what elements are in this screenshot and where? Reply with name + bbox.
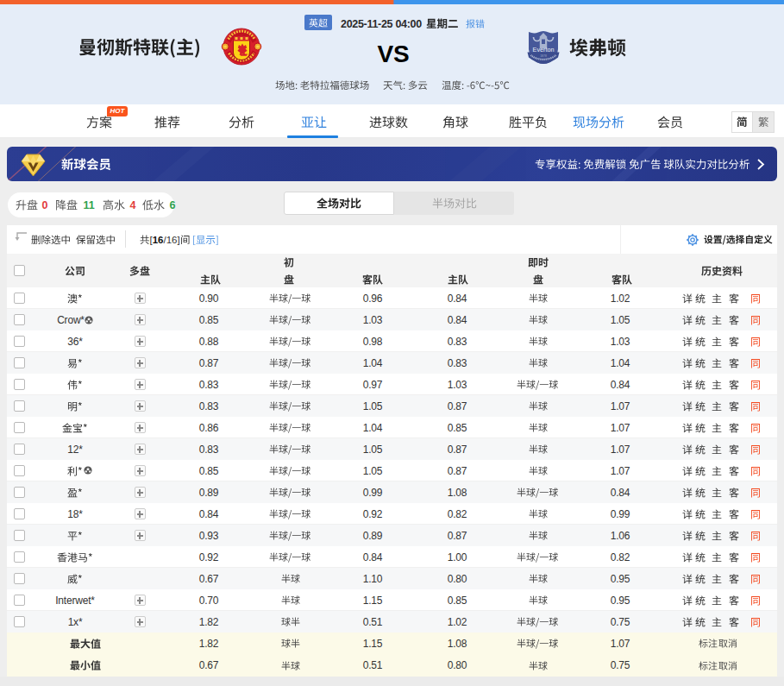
svg-text:1878: 1878 (540, 54, 547, 58)
svg-text:Everton: Everton (533, 46, 555, 53)
